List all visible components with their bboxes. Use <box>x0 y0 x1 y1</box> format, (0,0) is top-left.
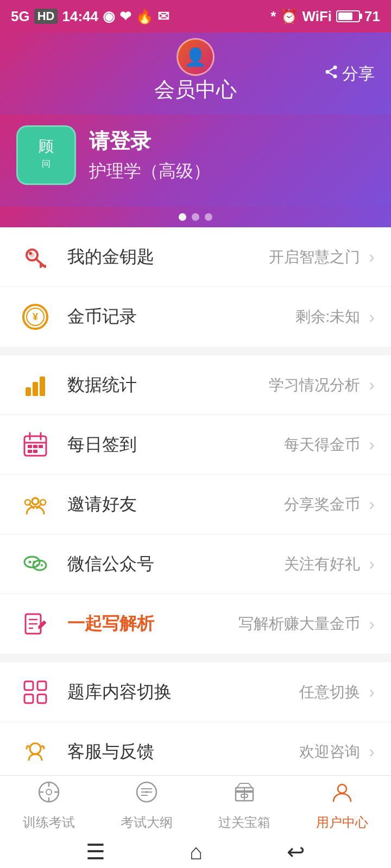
time-text: 14:44 <box>62 8 98 25</box>
fire-icon: 🔥 <box>136 8 153 25</box>
key-sub: 开启智慧之门 <box>269 247 360 267</box>
menu-item-service[interactable]: 客服与反馈 欢迎咨询 › <box>0 722 391 782</box>
svg-rect-47 <box>24 694 33 703</box>
svg-point-30 <box>32 498 39 505</box>
nav-tabs: 训练考试 考试大纲 <box>0 776 391 835</box>
nav-tab-treasure[interactable]: 过关宝箱 <box>195 776 293 835</box>
svg-rect-25 <box>33 445 37 448</box>
menu-item-switch[interactable]: 题库内容切换 任意切换 › <box>0 662 391 722</box>
profile-avatar[interactable]: 顾 问 <box>16 125 76 185</box>
svg-rect-19 <box>40 376 45 396</box>
write-sub: 写解析赚大量金币 <box>238 614 360 634</box>
svg-rect-28 <box>33 450 37 453</box>
wifi-icon: WiFi <box>302 8 332 25</box>
invite-arrow: › <box>369 494 375 514</box>
signal-text: 5G <box>11 8 30 25</box>
profile-name: 请登录 <box>89 127 211 155</box>
write-label: 一起写解析 <box>67 612 238 636</box>
checkin-label: 每日签到 <box>67 433 284 457</box>
bottom-nav: 训练考试 考试大纲 <box>0 775 391 868</box>
dot-1 <box>179 213 186 221</box>
menu-item-wechat[interactable]: 微信公众号 关注有好礼 › <box>0 534 391 594</box>
coin-sub: 剩余:未知 <box>295 307 361 327</box>
svg-rect-48 <box>37 694 46 703</box>
menu-item-key[interactable]: 我的金钥匙 开启智慧之门 › <box>0 227 391 287</box>
svg-line-3 <box>329 73 333 75</box>
page-header: 👤 会员中心 分享 <box>0 33 391 114</box>
vpn-icon: ◉ <box>103 8 115 25</box>
profile-info: 请登录 护理学（高级） <box>89 127 211 183</box>
menu-item-checkin[interactable]: 每日签到 每天得金币 › <box>0 415 391 475</box>
menu-item-write[interactable]: 一起写解析 写解析赚大量金币 › <box>0 594 391 654</box>
user-label: 用户中心 <box>316 814 368 831</box>
checkin-icon <box>16 426 54 464</box>
svg-point-40 <box>41 564 43 566</box>
profile-section: 顾 问 请登录 护理学（高级） <box>0 114 391 207</box>
menu-item-invite[interactable]: 邀请好友 分享奖金币 › <box>0 475 391 534</box>
service-arrow: › <box>369 742 375 762</box>
gesture-bar: ☰ ⌂ ↩ <box>0 835 391 868</box>
switch-arrow: › <box>369 682 375 702</box>
svg-point-55 <box>46 789 52 795</box>
alarm-icon: ⏰ <box>280 8 298 25</box>
svg-text:问: 问 <box>42 159 51 168</box>
svg-text:¥: ¥ <box>33 311 38 322</box>
profile-subtitle: 护理学（高级） <box>89 159 211 183</box>
page-title: 会员中心 <box>154 76 237 104</box>
home-gesture-icon: ⌂ <box>190 840 203 864</box>
checkin-sub: 每天得金币 <box>284 435 360 455</box>
svg-rect-17 <box>26 387 31 396</box>
menu-section-1: 我的金钥匙 开启智慧之门 › ¥ 金币记录 剩余:未知 › <box>0 227 391 347</box>
write-icon <box>16 605 54 643</box>
menu-item-coin[interactable]: ¥ 金币记录 剩余:未知 › <box>0 287 391 347</box>
svg-point-49 <box>30 743 41 754</box>
svg-rect-18 <box>33 382 38 396</box>
status-left: 5G HD 14:44 ◉ ❤ 🔥 ✉ <box>11 8 169 25</box>
status-right: * ⏰ WiFi 71 <box>270 8 380 25</box>
invite-sub: 分享奖金币 <box>284 494 360 515</box>
key-arrow: › <box>369 247 375 267</box>
avatar-logo: 顾 问 <box>22 131 71 180</box>
svg-rect-26 <box>39 445 43 448</box>
key-label: 我的金钥匙 <box>67 245 269 269</box>
wechat-sub: 关注有好礼 <box>284 554 360 575</box>
battery-indicator <box>336 10 360 22</box>
menu-section-2: 数据统计 学习情况分析 › 每日签到 每天得金币 <box>0 355 391 654</box>
svg-rect-45 <box>24 681 33 690</box>
stats-label: 数据统计 <box>67 373 269 397</box>
coin-icon: ¥ <box>16 298 54 336</box>
menu-item-stats[interactable]: 数据统计 学习情况分析 › <box>0 355 391 415</box>
invite-icon <box>16 486 54 524</box>
nav-tab-user[interactable]: 用户中心 <box>293 776 391 835</box>
treasure-label: 过关宝箱 <box>218 814 270 831</box>
svg-point-0 <box>333 65 337 69</box>
write-arrow: › <box>369 614 375 634</box>
hd-badge: HD <box>34 9 58 24</box>
svg-point-2 <box>333 74 337 78</box>
menu-gesture-icon: ☰ <box>86 839 105 864</box>
nav-tab-outline[interactable]: 考试大纲 <box>98 776 195 835</box>
svg-point-64 <box>146 791 148 793</box>
svg-point-13 <box>29 252 32 255</box>
train-icon <box>37 780 61 809</box>
train-label: 训练考试 <box>23 814 75 831</box>
svg-point-72 <box>338 784 346 793</box>
scroll-indicator <box>0 207 391 227</box>
battery-percent: 71 <box>364 8 380 25</box>
svg-rect-24 <box>28 445 32 448</box>
svg-point-1 <box>326 70 330 74</box>
service-sub: 欢迎咨询 <box>299 742 360 762</box>
svg-point-34 <box>40 500 46 505</box>
dot-2 <box>192 213 199 221</box>
back-gesture-icon: ↩ <box>287 839 305 864</box>
outline-label: 考试大纲 <box>121 814 173 831</box>
stats-arrow: › <box>369 375 375 395</box>
mail-icon: ✉ <box>157 8 169 25</box>
share-button[interactable]: 分享 <box>324 62 375 85</box>
svg-point-33 <box>25 500 30 505</box>
coin-arrow: › <box>369 307 375 327</box>
wechat-icon <box>16 545 54 583</box>
user-icon <box>330 780 354 809</box>
nav-tab-train[interactable]: 训练考试 <box>0 776 98 835</box>
switch-icon <box>16 673 54 711</box>
